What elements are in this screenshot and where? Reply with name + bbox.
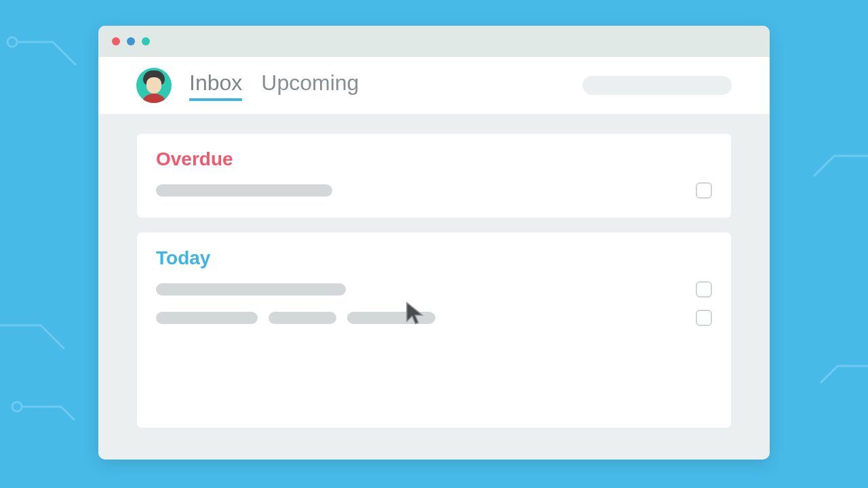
task-placeholder [156, 184, 332, 197]
task-placeholder [269, 312, 336, 324]
svg-point-0 [7, 37, 17, 47]
today-section: Today [136, 232, 732, 428]
today-title: Today [156, 247, 712, 269]
window-titlebar [98, 26, 770, 57]
task-checkbox[interactable] [696, 281, 712, 298]
search-input[interactable] [583, 76, 732, 95]
avatar[interactable] [136, 68, 172, 103]
tab-upcoming[interactable]: Upcoming [261, 70, 359, 98]
task-placeholder [156, 312, 258, 324]
app-window: Inbox Upcoming Overdue Today [98, 26, 770, 460]
task-row[interactable] [156, 310, 712, 326]
overdue-section: Overdue [136, 133, 732, 218]
content-area: Overdue Today [98, 115, 770, 460]
task-placeholder [347, 312, 435, 324]
window-minimize-button[interactable] [127, 37, 135, 45]
window-zoom-button[interactable] [142, 37, 150, 45]
overdue-title: Overdue [156, 148, 712, 170]
svg-point-1 [12, 402, 22, 411]
app-header: Inbox Upcoming [98, 57, 770, 115]
task-row[interactable] [156, 281, 712, 298]
tab-inbox[interactable]: Inbox [189, 70, 242, 101]
window-close-button[interactable] [112, 37, 120, 45]
task-checkbox[interactable] [696, 310, 712, 326]
task-row[interactable] [156, 182, 712, 199]
header-tabs: Inbox Upcoming [189, 70, 359, 101]
task-placeholder [156, 283, 346, 296]
task-checkbox[interactable] [696, 182, 712, 199]
